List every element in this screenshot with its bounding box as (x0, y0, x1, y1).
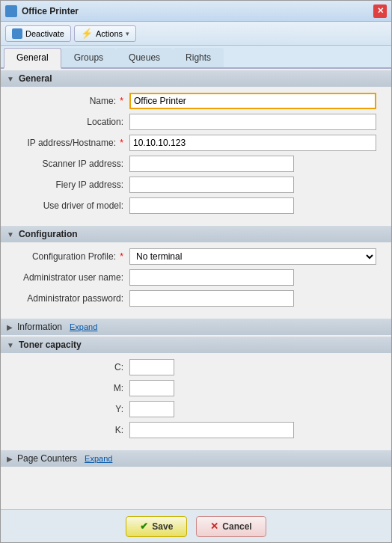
driver-label: Use driver of model: (10, 200, 129, 211)
toner-m-label: M: (10, 383, 129, 393)
toner-y-label: Y: (10, 404, 129, 414)
fiery-row: Fiery IP address: (10, 177, 382, 193)
toner-y-input[interactable] (129, 401, 174, 417)
profile-select[interactable]: No terminal (129, 248, 376, 265)
cancel-icon: ✕ (210, 521, 218, 532)
location-input[interactable] (129, 114, 376, 130)
toner-section-title: Toner capacity (19, 340, 82, 350)
admin-pass-input[interactable] (129, 290, 294, 307)
toner-c-row: C: (10, 359, 382, 375)
ip-row: IP address/Hostname: * (10, 135, 382, 151)
profile-required: * (120, 251, 123, 262)
scanner-label: Scanner IP address: (10, 159, 129, 169)
fiery-label: Fiery IP address: (10, 180, 129, 190)
tab-bar: General Groups Queues Rights (1, 46, 391, 69)
window-icon (5, 5, 17, 17)
general-section-arrow: ▼ (7, 75, 14, 83)
deactivate-label: Deactivate (25, 29, 64, 38)
toner-m-row: M: (10, 380, 382, 396)
admin-user-input[interactable] (129, 269, 294, 286)
save-button[interactable]: ✔ Save (126, 516, 187, 537)
information-section-arrow: ▶ (7, 323, 13, 331)
page-counters-section-arrow: ▶ (7, 455, 13, 463)
actions-label: Actions (96, 29, 123, 38)
driver-row: Use driver of model: (10, 197, 382, 214)
tab-groups[interactable]: Groups (61, 48, 116, 67)
location-label: Location: (10, 117, 129, 127)
cancel-button[interactable]: ✕ Cancel (196, 516, 266, 537)
configuration-section-body: Configuration Profile: * No terminal Adm… (1, 242, 391, 317)
window-title: Office Printer (22, 6, 373, 16)
cancel-label: Cancel (222, 521, 251, 532)
profile-label: Configuration Profile: * (10, 251, 129, 262)
actions-button[interactable]: ⚡ Actions ▾ (74, 25, 136, 42)
admin-user-row: Administrator user name: (10, 269, 382, 286)
title-bar: Office Printer ✕ (1, 1, 391, 22)
page-counters-section-title: Page Counters (17, 453, 77, 464)
general-section-body: Name: * Location: IP address/Hostname: *… (1, 87, 391, 224)
toner-k-input[interactable] (129, 422, 294, 438)
scanner-input[interactable] (129, 156, 294, 172)
toner-y-row: Y: (10, 401, 382, 417)
save-icon: ✔ (140, 521, 148, 532)
information-section-header[interactable]: ▶ Information Expand (1, 319, 391, 335)
configuration-section-title: Configuration (19, 229, 78, 239)
tab-queues[interactable]: Queues (116, 48, 173, 67)
fiery-input[interactable] (129, 177, 294, 193)
toner-k-label: K: (10, 425, 129, 435)
toner-m-input[interactable] (129, 380, 174, 396)
toner-section-arrow: ▼ (7, 341, 14, 349)
page-counters-section-header[interactable]: ▶ Page Counters Expand (1, 450, 391, 467)
information-expand-link[interactable]: Expand (70, 322, 97, 331)
information-section-title: Information (17, 322, 62, 332)
profile-row: Configuration Profile: * No terminal (10, 248, 382, 265)
toner-section-header[interactable]: ▼ Toner capacity (1, 337, 391, 353)
main-window: Office Printer ✕ Deactivate ⚡ Actions ▾ … (0, 0, 392, 543)
configuration-section-arrow: ▼ (7, 230, 14, 239)
page-counters-expand-link[interactable]: Expand (85, 454, 112, 463)
footer: ✔ Save ✕ Cancel (1, 509, 391, 542)
content-area: ▼ General Name: * Location: IP address/H… (1, 69, 391, 509)
location-row: Location: (10, 114, 382, 130)
scanner-row: Scanner IP address: (10, 156, 382, 172)
admin-user-label: Administrator user name: (10, 272, 129, 283)
admin-pass-label: Administrator password: (10, 293, 129, 304)
name-input[interactable] (129, 93, 376, 109)
driver-input[interactable] (129, 197, 294, 214)
deactivate-icon (12, 28, 22, 39)
toner-c-label: C: (10, 362, 129, 372)
ip-input[interactable] (129, 135, 376, 151)
actions-icon: ⚡ (81, 28, 93, 39)
toner-k-row: K: (10, 422, 382, 438)
admin-pass-row: Administrator password: (10, 290, 382, 307)
name-row: Name: * (10, 93, 382, 109)
toner-section-body: C: M: Y: K: (1, 353, 391, 449)
ip-label: IP address/Hostname: * (10, 138, 129, 148)
save-label: Save (152, 521, 173, 532)
general-section-header[interactable]: ▼ General (1, 70, 391, 87)
name-required: * (120, 96, 123, 106)
toner-c-input[interactable] (129, 359, 174, 375)
tab-rights[interactable]: Rights (173, 48, 224, 67)
deactivate-button[interactable]: Deactivate (5, 25, 71, 42)
close-button[interactable]: ✕ (373, 4, 387, 18)
actions-dropdown-arrow: ▾ (126, 30, 129, 37)
toolbar: Deactivate ⚡ Actions ▾ (1, 22, 391, 46)
ip-required: * (120, 138, 123, 148)
general-section-title: General (19, 73, 52, 84)
configuration-section-header[interactable]: ▼ Configuration (1, 226, 391, 242)
name-label: Name: * (10, 96, 129, 106)
tab-general[interactable]: General (4, 48, 61, 69)
